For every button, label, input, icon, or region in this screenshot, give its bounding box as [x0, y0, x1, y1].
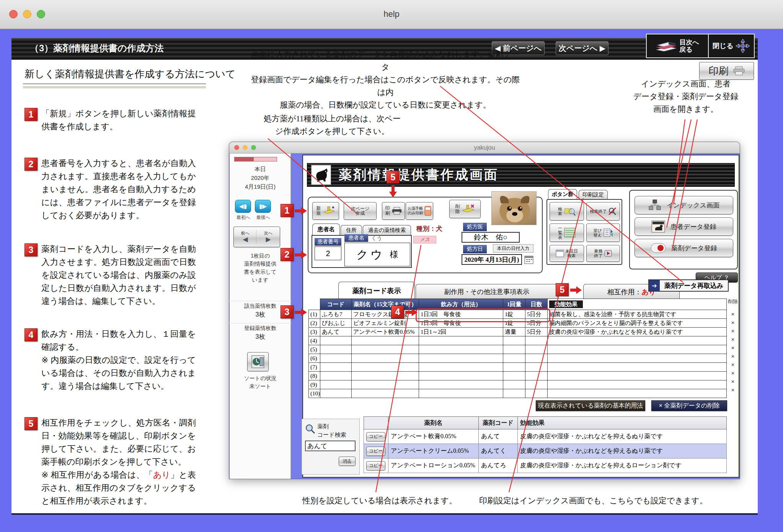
step5-badge: 5	[24, 417, 38, 430]
species-label: 種別：犬	[416, 224, 442, 233]
visit-date-search-button[interactable]: 来院日 検索	[550, 245, 584, 262]
callout-print-settings: 印刷設定はインデックス画面でも、こちらでも設定できます。	[479, 494, 708, 507]
delete-button[interactable]: 削除	[449, 200, 481, 218]
today-date-input-button[interactable]: 本日の日付入力	[493, 244, 533, 253]
step3-text: 薬剤コードを入力し、薬剤データを自動入力させます。処方日数設定画面で日数を設定さ…	[41, 243, 196, 308]
copy-button[interactable]: コピー	[366, 447, 385, 456]
drug-data-reload-button[interactable]: ➔ 薬剤データ再取込み	[648, 279, 729, 292]
delete-row-x[interactable]: ×	[729, 344, 737, 352]
tab-side-effects[interactable]: 副作用・その他注意事項表示	[416, 284, 558, 299]
delete-row-x[interactable]: ×	[729, 318, 737, 327]
drug-code-search-input[interactable]	[305, 441, 356, 451]
date-field[interactable]: 2020年 4月13日(月)	[462, 254, 522, 265]
list-button-label: 一覧表	[558, 226, 563, 240]
prev-next-record-button[interactable]: 前へ ◀ 次へ ▶	[233, 227, 280, 247]
search-result-row: コピー アンテベート軟膏0.05%あんて皮膚の炎症や湿疹・かぶれなどを抑えるぬり…	[364, 429, 727, 444]
calendar-icon[interactable]	[524, 255, 533, 264]
toc-back-button[interactable]: 目次へ 戻る	[647, 34, 709, 57]
delete-button-label: 削除	[455, 204, 461, 214]
patient-name-label: 患者名	[344, 234, 368, 242]
tab-drug-code[interactable]: 薬剤コード表示	[338, 282, 415, 299]
anno-badge-1: 1	[281, 204, 294, 217]
next-page-create-button[interactable]: 次ページ 作成	[344, 202, 377, 220]
last-record-button[interactable]: ▮▶	[255, 200, 271, 213]
doctor-label: 処方医	[463, 223, 487, 231]
sort-status-block: ソートの状況 未ソート	[229, 374, 292, 390]
drug-row-5[interactable]: (5)	[309, 345, 727, 354]
delete-column-header: 削除	[728, 299, 738, 304]
patient-data-reg-button[interactable]: 患者データ登録	[635, 217, 733, 236]
first-record-label: 最初へ	[233, 214, 254, 221]
anno-badge-2: 2	[281, 248, 294, 261]
delete-stamp-icon	[462, 204, 475, 214]
drug-row-7[interactable]: (7)	[309, 363, 727, 372]
tab-patient-name[interactable]: 患者名	[312, 224, 340, 235]
reload-arrow-icon: ➔	[649, 280, 660, 291]
today-date-block: 本日 2020年 4月19日(日)	[229, 165, 292, 191]
notebook-print-button[interactable]: お薬手帳 のみ印刷	[406, 202, 433, 220]
delete-row-x[interactable]: ×	[729, 310, 737, 318]
step4-badge: 4	[24, 328, 38, 341]
drug-row-10[interactable]: (10)	[309, 389, 727, 398]
today-date: 4月19日(日)	[229, 182, 292, 191]
next-page-button[interactable]: 次ページへ ▶	[556, 41, 608, 55]
delete-all-bar[interactable]: × 全薬剤データの削除	[651, 400, 727, 411]
delete-marks-column: × × × × × × × × × ×	[729, 310, 737, 394]
close-label: 閉じる	[713, 41, 734, 51]
drug-row-6[interactable]: (6)	[309, 354, 727, 363]
basic-usage-bar[interactable]: 現在表示されている薬剤の基本的用法	[536, 400, 645, 411]
search-end-button[interactable]: 検索終了	[586, 202, 620, 220]
first-record-button[interactable]: ◀▮	[235, 200, 251, 213]
sort-order-button[interactable]: 並び 替え	[586, 224, 620, 242]
sort-button[interactable]	[247, 352, 269, 371]
search-clear-button[interactable]: 消去	[339, 457, 356, 466]
index-screen-label: インデックス画面	[667, 201, 719, 210]
visit-date-search-label: 来院日 検索	[565, 249, 578, 258]
interaction-label: 相互作用：	[607, 287, 642, 297]
delete-row-x[interactable]: ×	[729, 377, 737, 386]
doctor-field[interactable]: 鈴木 佑○	[462, 232, 520, 243]
close-help-button[interactable]: 閉じる	[709, 34, 754, 57]
date-label: 処方日	[463, 245, 487, 253]
sort-status-label: ソートの状況	[229, 374, 292, 382]
copy-button[interactable]: コピー	[366, 432, 385, 441]
step2-text: 患者番号を入力すると、患者名が自動入力されます。直接患者名を入力してもかまいませ…	[41, 157, 196, 222]
drug-row-9[interactable]: (9)	[309, 380, 727, 389]
tab-button-group[interactable]: ボタン群	[548, 189, 577, 199]
tab-print-settings[interactable]: 印刷設定	[579, 190, 608, 199]
search-button[interactable]: 検索	[550, 202, 584, 220]
patient-name-field[interactable]: クウ 様	[344, 243, 410, 266]
delete-row-x[interactable]: ×	[729, 327, 737, 335]
drug-row-3[interactable]: (3)あんてアンテベート軟膏0.05%1日1～2回適量5日分皮膚の炎症や湿疹・か…	[309, 328, 727, 336]
list-button[interactable]: 一覧表	[550, 224, 584, 242]
print-button[interactable]: 印刷	[699, 62, 754, 80]
anno-badge-4: 4	[391, 305, 404, 318]
medicine-notebook-icon	[424, 206, 431, 216]
books-icon	[656, 38, 677, 54]
delete-row-x[interactable]: ×	[729, 361, 737, 369]
patient-reg-icon	[651, 220, 665, 233]
search-col-name: 薬剤名	[388, 417, 479, 429]
work-end-button[interactable]: 業務 終了	[586, 245, 620, 262]
index-screen-icon	[648, 199, 661, 211]
tab-history-search[interactable]: 過去の薬情検索	[363, 225, 411, 235]
drug-row-8[interactable]: (8)	[309, 372, 727, 380]
delete-row-x[interactable]: ×	[729, 369, 737, 377]
delete-row-x[interactable]: ×	[729, 335, 737, 344]
search-icon	[564, 206, 576, 216]
col-effect: 効能効果	[549, 300, 583, 308]
app-print-button[interactable]: 印刷	[382, 202, 405, 220]
toc-label-line1: 目次へ	[679, 39, 699, 46]
new-button[interactable]: 新規	[312, 202, 339, 220]
delete-row-x[interactable]: ×	[729, 352, 737, 361]
patient-name-value: クウ	[356, 247, 384, 263]
drug-data-reg-button[interactable]: 薬剤データ登録	[635, 239, 733, 257]
doc-heading: 新しく薬剤情報提供書を作成する方法について	[24, 67, 235, 81]
patient-number-field[interactable]: 2	[315, 246, 341, 260]
copy-button[interactable]: コピー	[366, 461, 385, 470]
drug-row-4[interactable]: (4)	[309, 336, 727, 345]
index-screen-button[interactable]: インデックス画面	[635, 196, 733, 214]
delete-row-x[interactable]: ×	[729, 386, 737, 394]
screen-header: 薬剤情報提供書作成画面	[307, 163, 735, 187]
tab-address[interactable]: 住所	[341, 225, 362, 235]
